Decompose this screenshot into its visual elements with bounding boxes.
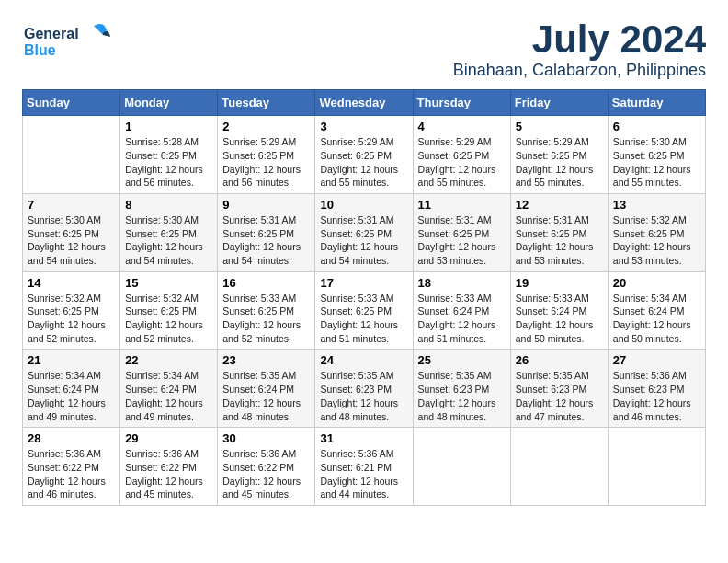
calendar-cell: 30Sunrise: 5:36 AM Sunset: 6:22 PM Dayli… [218,428,315,506]
column-header-thursday: Thursday [413,90,510,116]
day-info: Sunrise: 5:35 AM Sunset: 6:23 PM Dayligh… [516,369,603,423]
day-number: 3 [320,120,407,133]
calendar-cell: 24Sunrise: 5:35 AM Sunset: 6:23 PM Dayli… [315,350,413,428]
day-info: Sunrise: 5:36 AM Sunset: 6:23 PM Dayligh… [613,369,700,423]
day-info: Sunrise: 5:34 AM Sunset: 6:24 PM Dayligh… [613,292,700,346]
calendar-cell: 18Sunrise: 5:33 AM Sunset: 6:24 PM Dayli… [413,271,510,350]
day-number: 6 [613,120,700,133]
calendar-cell: 16Sunrise: 5:33 AM Sunset: 6:25 PM Dayli… [218,271,315,350]
calendar-cell: 21Sunrise: 5:34 AM Sunset: 6:24 PM Dayli… [23,350,120,428]
calendar-header-row: SundayMondayTuesdayWednesdayThursdayFrid… [23,90,706,116]
calendar-cell: 23Sunrise: 5:35 AM Sunset: 6:24 PM Dayli… [218,350,315,428]
calendar-cell: 5Sunrise: 5:29 AM Sunset: 6:25 PM Daylig… [510,116,608,194]
svg-text:General: General [24,26,79,41]
day-number: 25 [418,353,506,367]
day-info: Sunrise: 5:36 AM Sunset: 6:22 PM Dayligh… [125,447,212,501]
day-number: 29 [125,431,212,445]
day-info: Sunrise: 5:29 AM Sunset: 6:25 PM Dayligh… [320,135,407,190]
day-number: 4 [418,120,506,133]
day-info: Sunrise: 5:35 AM Sunset: 6:23 PM Dayligh… [418,369,506,423]
day-info: Sunrise: 5:36 AM Sunset: 6:22 PM Dayligh… [222,447,310,501]
calendar-cell: 26Sunrise: 5:35 AM Sunset: 6:23 PM Dayli… [510,350,608,428]
calendar-cell: 29Sunrise: 5:36 AM Sunset: 6:22 PM Dayli… [120,428,218,506]
day-number: 19 [516,276,603,290]
title-section: July 2024 Binahaan, Calabarzon, Philippi… [453,18,706,80]
calendar-cell: 20Sunrise: 5:34 AM Sunset: 6:24 PM Dayli… [608,271,705,350]
calendar-cell: 11Sunrise: 5:31 AM Sunset: 6:25 PM Dayli… [413,193,510,271]
day-number: 16 [222,276,310,290]
calendar-table: SundayMondayTuesdayWednesdayThursdayFrid… [22,89,706,506]
day-number: 12 [516,198,603,212]
day-number: 9 [222,198,310,212]
day-number: 5 [516,120,603,133]
day-info: Sunrise: 5:33 AM Sunset: 6:25 PM Dayligh… [222,292,310,346]
calendar-cell [608,428,705,506]
day-info: Sunrise: 5:36 AM Sunset: 6:21 PM Dayligh… [320,447,407,501]
day-info: Sunrise: 5:28 AM Sunset: 6:25 PM Dayligh… [125,135,212,190]
day-info: Sunrise: 5:34 AM Sunset: 6:24 PM Dayligh… [125,369,212,423]
calendar-cell: 3Sunrise: 5:29 AM Sunset: 6:25 PM Daylig… [315,116,413,194]
day-number: 14 [28,276,115,290]
calendar-cell: 6Sunrise: 5:30 AM Sunset: 6:25 PM Daylig… [608,116,705,194]
day-number: 28 [28,431,115,445]
column-header-tuesday: Tuesday [218,90,315,116]
day-info: Sunrise: 5:36 AM Sunset: 6:22 PM Dayligh… [28,447,115,501]
calendar-cell: 9Sunrise: 5:31 AM Sunset: 6:25 PM Daylig… [218,193,315,271]
day-info: Sunrise: 5:30 AM Sunset: 6:25 PM Dayligh… [125,213,212,268]
day-number: 20 [613,276,700,290]
calendar-week-1: 1Sunrise: 5:28 AM Sunset: 6:25 PM Daylig… [23,116,706,194]
calendar-week-5: 28Sunrise: 5:36 AM Sunset: 6:22 PM Dayli… [23,428,706,506]
calendar-cell: 13Sunrise: 5:32 AM Sunset: 6:25 PM Dayli… [608,193,705,271]
day-info: Sunrise: 5:32 AM Sunset: 6:25 PM Dayligh… [28,292,115,346]
day-info: Sunrise: 5:33 AM Sunset: 6:24 PM Dayligh… [516,292,603,346]
calendar-cell: 25Sunrise: 5:35 AM Sunset: 6:23 PM Dayli… [413,350,510,428]
day-number: 7 [28,198,115,212]
day-number: 24 [320,353,407,367]
day-info: Sunrise: 5:31 AM Sunset: 6:25 PM Dayligh… [222,213,310,268]
day-info: Sunrise: 5:31 AM Sunset: 6:25 PM Dayligh… [516,213,603,268]
calendar-cell: 8Sunrise: 5:30 AM Sunset: 6:25 PM Daylig… [120,193,218,271]
day-number: 13 [613,198,700,212]
calendar-cell: 1Sunrise: 5:28 AM Sunset: 6:25 PM Daylig… [120,116,218,194]
logo: General Blue [22,18,114,64]
calendar-cell: 19Sunrise: 5:33 AM Sunset: 6:24 PM Dayli… [510,271,608,350]
calendar-cell: 27Sunrise: 5:36 AM Sunset: 6:23 PM Dayli… [608,350,705,428]
day-info: Sunrise: 5:33 AM Sunset: 6:24 PM Dayligh… [418,292,506,346]
calendar-cell: 12Sunrise: 5:31 AM Sunset: 6:25 PM Dayli… [510,193,608,271]
calendar-cell: 7Sunrise: 5:30 AM Sunset: 6:25 PM Daylig… [23,193,120,271]
calendar-cell: 15Sunrise: 5:32 AM Sunset: 6:25 PM Dayli… [120,271,218,350]
column-header-sunday: Sunday [23,90,120,116]
day-info: Sunrise: 5:32 AM Sunset: 6:25 PM Dayligh… [125,292,212,346]
day-number: 2 [222,120,310,133]
calendar-cell: 4Sunrise: 5:29 AM Sunset: 6:25 PM Daylig… [413,116,510,194]
day-info: Sunrise: 5:33 AM Sunset: 6:25 PM Dayligh… [320,292,407,346]
calendar-cell: 22Sunrise: 5:34 AM Sunset: 6:24 PM Dayli… [120,350,218,428]
day-number: 31 [320,431,407,445]
day-info: Sunrise: 5:29 AM Sunset: 6:25 PM Dayligh… [222,135,310,190]
day-number: 26 [516,353,603,367]
calendar-cell [413,428,510,506]
day-info: Sunrise: 5:32 AM Sunset: 6:25 PM Dayligh… [613,213,700,268]
day-number: 21 [28,353,115,367]
day-number: 1 [125,120,212,133]
column-header-saturday: Saturday [608,90,705,116]
calendar-week-3: 14Sunrise: 5:32 AM Sunset: 6:25 PM Dayli… [23,271,706,350]
calendar-cell [510,428,608,506]
day-info: Sunrise: 5:35 AM Sunset: 6:24 PM Dayligh… [222,369,310,423]
calendar-cell: 17Sunrise: 5:33 AM Sunset: 6:25 PM Dayli… [315,271,413,350]
calendar-cell: 2Sunrise: 5:29 AM Sunset: 6:25 PM Daylig… [218,116,315,194]
day-info: Sunrise: 5:31 AM Sunset: 6:25 PM Dayligh… [418,213,506,268]
calendar-cell: 10Sunrise: 5:31 AM Sunset: 6:25 PM Dayli… [315,193,413,271]
day-number: 23 [222,353,310,367]
day-info: Sunrise: 5:30 AM Sunset: 6:25 PM Dayligh… [613,135,700,190]
calendar-week-2: 7Sunrise: 5:30 AM Sunset: 6:25 PM Daylig… [23,193,706,271]
location-title: Binahaan, Calabarzon, Philippines [453,61,706,80]
calendar-cell: 28Sunrise: 5:36 AM Sunset: 6:22 PM Dayli… [23,428,120,506]
calendar-week-4: 21Sunrise: 5:34 AM Sunset: 6:24 PM Dayli… [23,350,706,428]
day-number: 8 [125,198,212,212]
day-number: 10 [320,198,407,212]
calendar-cell: 31Sunrise: 5:36 AM Sunset: 6:21 PM Dayli… [315,428,413,506]
day-number: 15 [125,276,212,290]
day-number: 11 [418,198,506,212]
day-info: Sunrise: 5:31 AM Sunset: 6:25 PM Dayligh… [320,213,407,268]
